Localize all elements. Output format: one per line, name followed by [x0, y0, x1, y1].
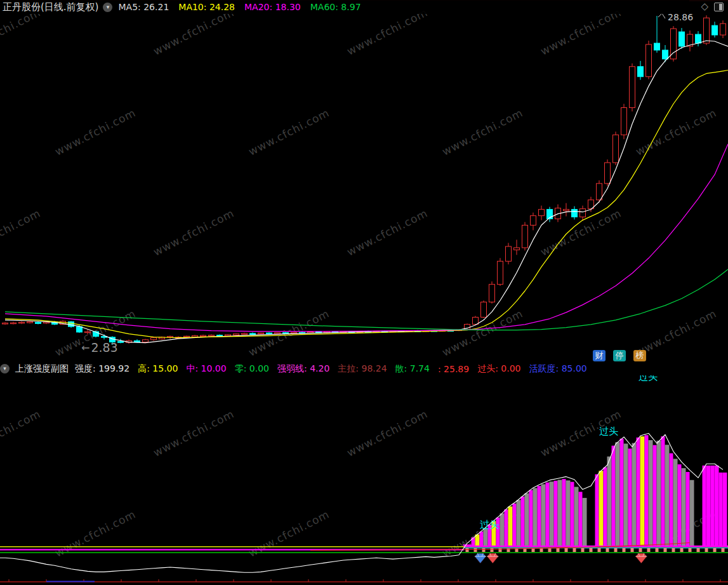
- panel-layout-icon[interactable]: [714, 3, 724, 11]
- chart-canvas[interactable]: [0, 0, 728, 585]
- badge-cai[interactable]: 财: [593, 350, 606, 361]
- low-price-value: 2.83: [91, 340, 117, 354]
- ma-legend: MA5: 26.21MA10: 24.28MA20: 18.30MA60: 8.…: [118, 2, 370, 12]
- ma-value: MA5: 26.21: [118, 2, 169, 12]
- window-controls: ◇: [701, 2, 724, 11]
- diamond-icon[interactable]: ◇: [701, 2, 708, 11]
- quick-badges: 财 停 榜: [593, 350, 646, 361]
- main-chart-header: 正丹股份(日线.前复权) ▾ MA5: 26.21MA10: 24.28MA20…: [0, 0, 728, 14]
- indicator-field: 零: 0.00: [235, 363, 269, 375]
- indicator-field: 活跃度: 85.00: [529, 363, 587, 375]
- ma-value: MA10: 24.28: [178, 2, 235, 12]
- ma-value: MA20: 18.30: [244, 2, 301, 12]
- overhead-annotation-3-text: 过头: [639, 375, 658, 383]
- sub-panel-title: 上涨强度副图: [15, 363, 69, 375]
- stock-title: 正丹股份(日线.前复权): [3, 1, 98, 13]
- indicator-field: 过头: 0.00: [477, 363, 520, 375]
- badge-bang[interactable]: 榜: [633, 350, 646, 361]
- sub-collapse-chevron-icon[interactable]: ▾: [0, 364, 10, 373]
- indicator-field: 高: 15.00: [138, 363, 178, 375]
- collapse-chevron-icon[interactable]: ▾: [103, 3, 112, 12]
- badge-ting[interactable]: 停: [613, 350, 626, 361]
- overhead-annotation-1: 过头: [480, 519, 499, 531]
- overhead-annotation-2: 过头: [599, 426, 618, 438]
- app-window: www.cfchi.comwww.cfchi.comwww.cfchi.comw…: [0, 0, 728, 585]
- overhead-annotation-3-clipped: 过头: [639, 375, 658, 384]
- indicator-field: : 25.89: [438, 364, 469, 374]
- indicator-field: 散: 7.74: [395, 363, 430, 375]
- indicator-field: 中: 10.00: [186, 363, 226, 375]
- indicator-field: 主拉: 98.24: [338, 363, 387, 375]
- ma-value: MA60: 8.97: [310, 2, 361, 12]
- left-arrow-icon: ←: [81, 342, 89, 354]
- indicator-field: 强弱线: 4.20: [277, 363, 329, 375]
- low-price-label: ← 2.83: [81, 340, 118, 354]
- indicator-values: 强度: 199.92高: 15.00中: 10.00零: 0.00强弱线: 4.…: [75, 363, 595, 375]
- indicator-field: 强度: 199.92: [75, 363, 129, 375]
- sub-panel-header: ▾ 上涨强度副图 强度: 199.92高: 15.00中: 10.00零: 0.…: [0, 362, 728, 375]
